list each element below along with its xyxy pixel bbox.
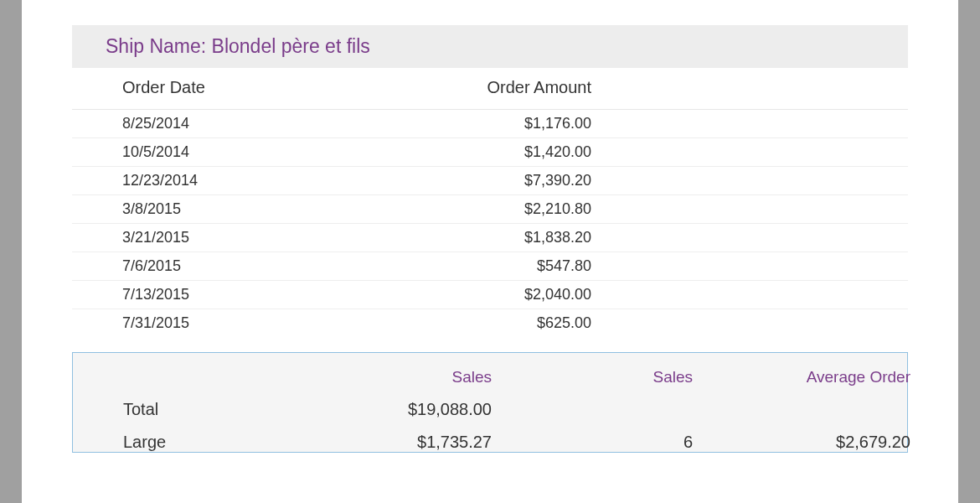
cell-spacer bbox=[600, 167, 908, 195]
cell-order-date: 10/5/2014 bbox=[72, 138, 407, 167]
summary-row-label-total: Total bbox=[73, 400, 307, 419]
summary-header-sales-2: Sales bbox=[492, 368, 693, 386]
column-header-date: Order Date bbox=[72, 68, 407, 110]
summary-total-sales: $19,088.00 bbox=[307, 400, 492, 419]
cell-spacer bbox=[600, 224, 908, 252]
report-page: Ship Name: Blondel père et fils Order Da… bbox=[22, 0, 958, 503]
column-header-spacer bbox=[600, 68, 908, 110]
cell-spacer bbox=[600, 195, 908, 224]
cell-order-amount: $1,420.00 bbox=[407, 138, 600, 167]
column-header-amount: Order Amount bbox=[407, 68, 600, 110]
summary-header-average: Average Order bbox=[693, 368, 910, 386]
cell-order-date: 3/21/2015 bbox=[72, 224, 407, 252]
table-row: 7/31/2015$625.00 bbox=[72, 309, 908, 338]
summary-panel: Sales Sales Average Order Total $19,088.… bbox=[72, 352, 908, 453]
cell-order-amount: $1,838.20 bbox=[407, 224, 600, 252]
table-row: 7/6/2015$547.80 bbox=[72, 252, 908, 281]
cell-order-amount: $7,390.20 bbox=[407, 167, 600, 195]
orders-table: Order Date Order Amount 8/25/2014$1,176.… bbox=[72, 68, 908, 337]
summary-row-label-large: Large bbox=[73, 433, 307, 452]
cell-order-amount: $2,210.80 bbox=[407, 195, 600, 224]
table-row: 3/21/2015$1,838.20 bbox=[72, 224, 908, 252]
table-row: 8/25/2014$1,176.00 bbox=[72, 110, 908, 138]
summary-large-avg: $2,679.20 bbox=[693, 433, 910, 452]
cell-order-amount: $2,040.00 bbox=[407, 281, 600, 309]
summary-large-sales: $1,735.27 bbox=[307, 433, 492, 452]
cell-order-date: 12/23/2014 bbox=[72, 167, 407, 195]
cell-order-amount: $547.80 bbox=[407, 252, 600, 281]
cell-order-date: 3/8/2015 bbox=[72, 195, 407, 224]
cell-order-date: 7/13/2015 bbox=[72, 281, 407, 309]
cell-spacer bbox=[600, 252, 908, 281]
cell-order-date: 8/25/2014 bbox=[72, 110, 407, 138]
cell-order-date: 7/31/2015 bbox=[72, 309, 407, 338]
summary-large-count: 6 bbox=[492, 433, 693, 452]
cell-spacer bbox=[600, 281, 908, 309]
table-row: 12/23/2014$7,390.20 bbox=[72, 167, 908, 195]
group-title: Ship Name: Blondel père et fils bbox=[106, 35, 370, 57]
cell-order-amount: $625.00 bbox=[407, 309, 600, 338]
cell-spacer bbox=[600, 138, 908, 167]
table-header-row: Order Date Order Amount bbox=[72, 68, 908, 110]
table-row: 3/8/2015$2,210.80 bbox=[72, 195, 908, 224]
group-header: Ship Name: Blondel père et fils bbox=[72, 25, 908, 68]
cell-order-amount: $1,176.00 bbox=[407, 110, 600, 138]
table-row: 7/13/2015$2,040.00 bbox=[72, 281, 908, 309]
cell-order-date: 7/6/2015 bbox=[72, 252, 407, 281]
cell-spacer bbox=[600, 309, 908, 338]
summary-header-sales-1: Sales bbox=[307, 368, 492, 386]
cell-spacer bbox=[600, 110, 908, 138]
table-row: 10/5/2014$1,420.00 bbox=[72, 138, 908, 167]
